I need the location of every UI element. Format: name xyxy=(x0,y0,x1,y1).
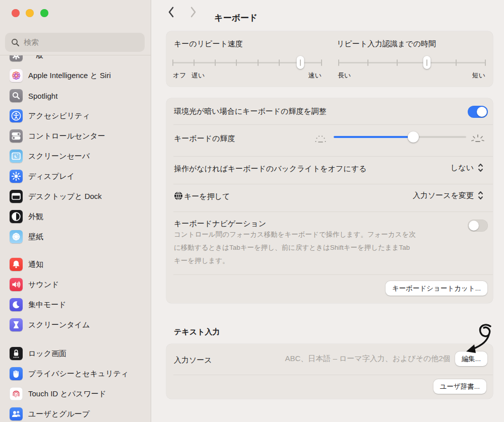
backlight-off-popup[interactable]: しない xyxy=(451,162,484,173)
sidebar-item-users-groups[interactable]: ユーザとグループ xyxy=(0,404,150,422)
sidebar-item-lock-screen[interactable]: ロック画面 xyxy=(0,343,150,364)
sidebar-item-touch-id[interactable]: Touch ID とパスワード xyxy=(0,384,150,404)
key-repeat-fast-label: 速い xyxy=(308,71,322,80)
row-divider xyxy=(173,184,493,184)
page-title: キーボード xyxy=(214,12,258,24)
hand-icon xyxy=(10,367,23,380)
slider-tick xyxy=(397,59,398,66)
search-icon xyxy=(11,38,20,47)
search-placeholder: 検索 xyxy=(24,38,39,47)
slider-tick xyxy=(300,59,301,66)
backlight-off-value: しない xyxy=(451,163,474,173)
auto-brightness-label: 環境光が暗い場合にキーボードの輝度を調整 xyxy=(174,107,327,116)
input-sources-row: ABC、日本語 – ローマ字入力、およびその他2個 編集... xyxy=(285,351,487,366)
slider-tick xyxy=(215,59,216,66)
input-sources-value: ABC、日本語 – ローマ字入力、およびその他2個 xyxy=(285,354,450,364)
sidebar-item-notifications[interactable]: 通知 xyxy=(0,254,150,274)
sidebar-item-appearance[interactable]: 外観 xyxy=(0,206,150,227)
key-repeat-slider[interactable] xyxy=(173,55,322,69)
globe-key-popup[interactable]: 入力ソースを変更 xyxy=(413,190,484,201)
sidebar-item-sound[interactable]: サウンド xyxy=(0,274,150,295)
sidebar-item-accessibility[interactable]: アクセシビリティ xyxy=(0,106,150,126)
slider-tick xyxy=(194,59,195,66)
close-window-button[interactable] xyxy=(12,9,20,17)
apple-intelligence-icon xyxy=(10,69,23,82)
row-divider xyxy=(173,124,493,125)
keyboard-brightness-thumb[interactable] xyxy=(408,131,419,143)
slider-tick xyxy=(485,59,486,66)
globe-icon xyxy=(174,191,183,200)
moon-icon xyxy=(10,298,23,311)
sidebar-item-label: 外観 xyxy=(28,212,43,222)
control-center-icon xyxy=(10,129,23,143)
edit-input-sources-button[interactable]: 編集... xyxy=(455,351,487,366)
delay-slider[interactable] xyxy=(339,55,485,69)
sidebar-item-label: スクリーンセーバ xyxy=(28,152,90,161)
sidebar-item-label: コントロールセンター xyxy=(28,131,105,141)
sidebar-item-label: ロック画面 xyxy=(28,349,67,359)
bell-icon xyxy=(10,258,23,271)
keyboard-settings-pane: キーボード キーのリピート速度 リピート入力認識までの時間 オフ 遅い 速い 長… xyxy=(151,0,504,422)
system-settings-window: 検索 一般 Apple Intelligence と Siri Spo xyxy=(0,0,504,422)
sidebar-item-general-partial[interactable]: 一般 xyxy=(0,55,150,65)
zoom-window-button[interactable] xyxy=(40,9,48,17)
sidebar-item-label: 集中モード xyxy=(28,300,67,310)
sidebar-item-privacy-security[interactable]: プライバシーとセキュリティ xyxy=(0,364,150,384)
sidebar-item-label: アクセシビリティ xyxy=(28,111,90,121)
sidebar-item-apple-intelligence[interactable]: Apple Intelligence と Siri xyxy=(0,65,150,86)
delay-short-label: 短い xyxy=(472,71,485,80)
forward-button[interactable] xyxy=(190,6,197,20)
slider-fill xyxy=(334,136,413,138)
sidebar-item-displays[interactable]: ディスプレイ xyxy=(0,166,150,186)
sidebar-item-label: Touch ID とパスワード xyxy=(28,389,106,399)
gear-icon xyxy=(10,55,23,61)
keyboard-shortcuts-button[interactable]: キーボードショートカット... xyxy=(386,281,487,296)
toggle-knob xyxy=(477,107,487,117)
brightness-low-icon xyxy=(312,133,329,145)
sidebar-item-desktop-dock[interactable]: デスクトップと Dock xyxy=(0,186,150,206)
search-input[interactable]: 検索 xyxy=(5,33,145,52)
auto-brightness-toggle[interactable] xyxy=(468,106,488,118)
sidebar-item-spotlight[interactable]: Spotlight xyxy=(0,86,150,106)
accessibility-icon xyxy=(10,109,23,122)
key-repeat-card: キーのリピート速度 リピート入力認識までの時間 オフ 遅い 速い 長い 短い xyxy=(166,31,493,87)
text-input-card: 入力ソース ABC、日本語 – ローマ字入力、およびその他2個 編集... ユー… xyxy=(166,344,493,399)
sidebar-item-label: サウンド xyxy=(28,280,59,290)
keyboard-navigation-toggle[interactable] xyxy=(468,220,488,232)
user-dictionary-button[interactable]: ユーザ辞書... xyxy=(433,379,486,394)
minimize-window-button[interactable] xyxy=(26,9,34,17)
slider-tick xyxy=(321,59,322,66)
sidebar-item-screensaver[interactable]: スクリーンセーバ xyxy=(0,146,150,166)
row-divider xyxy=(173,375,493,375)
sidebar-item-label: 一般 xyxy=(28,55,43,60)
sidebar-list: 一般 Apple Intelligence と Siri Spotlight ア… xyxy=(0,55,150,422)
slider-tick xyxy=(456,59,457,66)
back-button[interactable] xyxy=(167,6,174,20)
sidebar-item-focus[interactable]: 集中モード xyxy=(0,295,150,315)
sidebar-item-label: Spotlight xyxy=(28,92,57,100)
text-input-section-title: テキスト入力 xyxy=(174,327,220,337)
keyboard-navigation-description: コントロール間のフォーカス移動をキーボードで操作します。フォーカスを次 に移動す… xyxy=(174,228,416,267)
sidebar-item-control-center[interactable]: コントロールセンター xyxy=(0,126,150,146)
chevron-left-icon xyxy=(167,6,174,18)
sidebar-item-wallpaper[interactable]: 壁紙 xyxy=(0,227,150,247)
keyboard-brightness-label: キーボードの輝度 xyxy=(174,134,235,144)
brightness-high-icon xyxy=(469,132,486,145)
keyboard-settings-card: 環境光が暗い場合にキーボードの輝度を調整 キーボードの輝度 操作がなければキーボ… xyxy=(166,98,493,303)
display-icon xyxy=(10,170,23,183)
sidebar-item-label: ディスプレイ xyxy=(28,172,75,181)
key-repeat-label: キーのリピート速度 xyxy=(174,39,243,49)
sidebar-item-label: スクリーンタイム xyxy=(28,320,90,330)
keyboard-brightness-slider[interactable] xyxy=(334,131,466,143)
input-sources-label: 入力ソース xyxy=(174,356,212,365)
row-divider xyxy=(173,274,493,275)
row-divider xyxy=(173,212,493,212)
key-repeat-off-label: オフ xyxy=(173,71,186,80)
sidebar-item-label: 通知 xyxy=(28,260,43,269)
chevron-up-down-icon xyxy=(477,190,484,201)
sidebar-item-screen-time[interactable]: スクリーンタイム xyxy=(0,315,150,335)
sidebar-item-label: 壁紙 xyxy=(28,232,43,242)
toggle-knob xyxy=(469,221,479,231)
delay-label: リピート入力認識までの時間 xyxy=(337,39,436,49)
spotlight-icon xyxy=(10,89,23,102)
